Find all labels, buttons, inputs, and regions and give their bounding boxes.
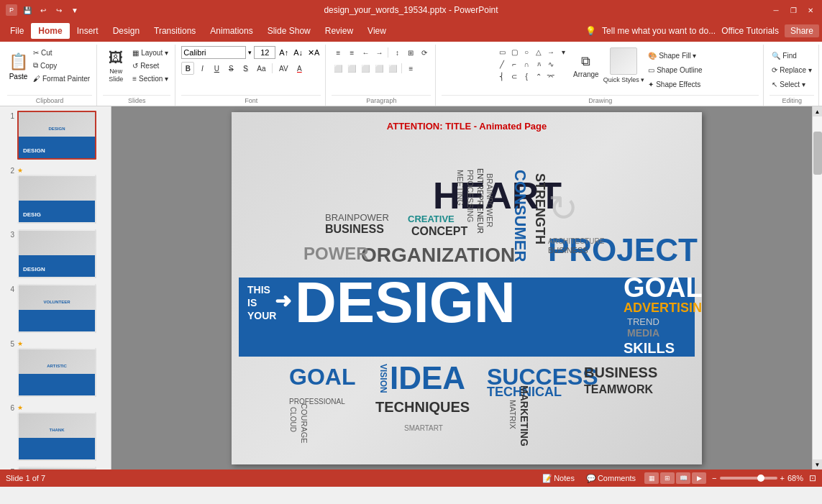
office-tutorials-link[interactable]: Office Tutorials xyxy=(721,26,779,36)
shape-line[interactable]: ╱ xyxy=(496,58,508,70)
menu-transitions[interactable]: Transitions xyxy=(147,23,203,39)
clear-formatting-button[interactable]: ✕A xyxy=(306,48,321,58)
slide-sorter-button[interactable]: ⊞ xyxy=(660,472,675,484)
scroll-up-button[interactable]: ▲ xyxy=(813,106,823,116)
zoom-out-button[interactable]: − xyxy=(712,474,716,482)
slideshow-view-button[interactable]: ▶ xyxy=(692,472,706,484)
align-text-button[interactable]: ⊞ xyxy=(404,46,417,59)
menu-slideshow[interactable]: Slide Show xyxy=(260,23,318,39)
new-slide-button[interactable]: 🖼 NewSlide xyxy=(103,46,129,86)
slide-thumb-3[interactable]: 3 DESIGN xyxy=(3,228,108,280)
numbering-button[interactable]: ≡ xyxy=(345,46,358,59)
share-button[interactable]: Share xyxy=(785,24,819,37)
copy-button[interactable]: ⧉ Copy xyxy=(31,59,92,72)
paste-button[interactable]: 📋 Paste xyxy=(7,46,29,86)
section-button[interactable]: ≡ Section ▾ xyxy=(130,72,170,85)
shape-misc5[interactable]: ⌤ xyxy=(545,70,557,82)
shape-freeform[interactable]: ﾊ xyxy=(533,58,544,70)
tell-me-text[interactable]: Tell me what you want to do... xyxy=(602,26,716,36)
normal-view-button[interactable]: ▦ xyxy=(644,472,659,484)
font-size-down-button[interactable]: A↓ xyxy=(292,48,304,57)
save-button[interactable]: 💾 xyxy=(22,4,33,16)
find-button[interactable]: 🔍 Find xyxy=(770,49,798,62)
align-center-button[interactable]: ⬜ xyxy=(345,62,358,75)
zoom-slider[interactable] xyxy=(720,477,777,480)
menu-view[interactable]: View xyxy=(360,23,393,39)
columns-button[interactable]: ⬜ xyxy=(386,62,399,75)
slide-thumb-7[interactable]: 7 xyxy=(3,465,108,469)
decrease-indent-button[interactable]: ← xyxy=(359,46,372,59)
minimize-button[interactable]: ─ xyxy=(770,4,782,16)
shadow-button[interactable]: S xyxy=(239,62,252,75)
slide-img-4[interactable]: VOLUNTEER xyxy=(17,284,96,333)
slide-img-5[interactable]: ARTISTIC xyxy=(17,348,96,397)
slide-thumb-2[interactable]: 2 ★ DESIG xyxy=(3,164,108,225)
layout-button[interactable]: ▦ Layout ▾ xyxy=(130,46,170,59)
bold-button[interactable]: B xyxy=(181,62,194,75)
font-name-input[interactable] xyxy=(181,46,246,59)
shape-misc1[interactable]: ⎨ xyxy=(496,70,508,82)
shape-fill-button[interactable]: 🎨 Shape Fill ▾ xyxy=(646,49,704,62)
scroll-track-v[interactable] xyxy=(813,116,823,459)
slide-img-3[interactable]: DESIGN xyxy=(17,229,96,278)
zoom-in-button[interactable]: + xyxy=(780,474,785,482)
menu-review[interactable]: Review xyxy=(318,23,360,39)
text-direction-button[interactable]: ↕ xyxy=(391,46,403,59)
format-painter-button[interactable]: 🖌 Format Painter xyxy=(31,72,92,85)
underline-button[interactable]: U xyxy=(210,62,223,75)
shape-effects-button[interactable]: ✦ Shape Effects xyxy=(646,78,704,91)
slide-thumb-5[interactable]: 5 ★ ARTISTIC xyxy=(3,337,108,398)
increase-indent-button[interactable]: → xyxy=(373,46,385,59)
replace-button[interactable]: ⟳ Replace ▾ xyxy=(770,63,814,76)
comments-button[interactable]: 💬 Comments xyxy=(583,474,639,483)
quick-style-1[interactable] xyxy=(610,47,637,75)
select-button[interactable]: ↖ Select ▾ xyxy=(770,78,808,91)
shape-triangle[interactable]: △ xyxy=(533,46,544,58)
cut-button[interactable]: ✂ Cut xyxy=(31,46,92,59)
reading-view-button[interactable]: 📖 xyxy=(676,472,690,484)
shape-misc4[interactable]: ⌃ xyxy=(533,70,544,82)
shape-more[interactable]: ▾ xyxy=(557,46,569,58)
customize-qat-button[interactable]: ▼ xyxy=(69,4,81,16)
slide-img-2[interactable]: DESIG xyxy=(17,175,96,224)
slide-thumb-4[interactable]: 4 VOLUNTEER xyxy=(3,283,108,334)
menu-file[interactable]: File xyxy=(3,23,31,39)
font-size-input[interactable] xyxy=(254,46,275,59)
font-name-chevron[interactable]: ▾ xyxy=(248,49,252,56)
slide-thumb-1[interactable]: 1 DESIGN DESIGN xyxy=(3,109,108,161)
align-right-button[interactable]: ⬜ xyxy=(359,62,372,75)
scroll-thumb-v[interactable] xyxy=(813,132,822,175)
menu-insert[interactable]: Insert xyxy=(70,23,106,39)
shape-misc2[interactable]: ⊂ xyxy=(508,70,520,82)
case-button[interactable]: Aa xyxy=(253,62,269,75)
menu-home[interactable]: Home xyxy=(31,23,69,39)
slide-img-1[interactable]: DESIGN DESIGN xyxy=(17,111,96,160)
shape-arrow[interactable]: → xyxy=(545,46,557,58)
shape-oval[interactable]: ○ xyxy=(521,46,532,58)
scroll-down-button[interactable]: ▼ xyxy=(813,459,823,469)
shape-curve[interactable]: ∩ xyxy=(521,58,532,70)
shape-misc3[interactable]: { xyxy=(521,70,532,82)
notes-button[interactable]: 📝 Notes xyxy=(539,474,577,483)
slide-img-7[interactable] xyxy=(17,467,96,469)
slide-canvas[interactable]: ATTENTION: TITLE - Animated Page HEART C… xyxy=(232,112,702,464)
slide-thumb-6[interactable]: 6 ★ THANK xyxy=(3,401,108,462)
shape-rounded-rect[interactable]: ▢ xyxy=(508,46,520,58)
slide-img-6[interactable]: THANK xyxy=(17,412,96,461)
char-spacing-button[interactable]: AV xyxy=(275,62,291,75)
font-size-up-button[interactable]: A↑ xyxy=(278,48,290,57)
shape-outline-button[interactable]: ▭ Shape Outline xyxy=(646,63,704,76)
arrange-button[interactable]: ⧉ Arrange xyxy=(570,46,602,86)
fit-to-window-button[interactable]: ⊡ xyxy=(809,473,816,483)
canvas-area[interactable]: ATTENTION: TITLE - Animated Page HEART C… xyxy=(111,106,822,469)
restore-button[interactable]: ❐ xyxy=(787,4,799,16)
bullets-button[interactable]: ≡ xyxy=(332,46,344,59)
redo-button[interactable]: ↪ xyxy=(53,4,65,16)
line-spacing-button[interactable]: ≡ xyxy=(404,62,417,75)
shape-elbow[interactable]: ⌐ xyxy=(508,58,520,70)
convert-smartart-button[interactable]: ⟳ xyxy=(418,46,431,59)
justify-button[interactable]: ⬜ xyxy=(373,62,385,75)
close-button[interactable]: ✕ xyxy=(805,4,816,16)
menu-animations[interactable]: Animations xyxy=(203,23,260,39)
undo-button[interactable]: ↩ xyxy=(37,4,49,16)
